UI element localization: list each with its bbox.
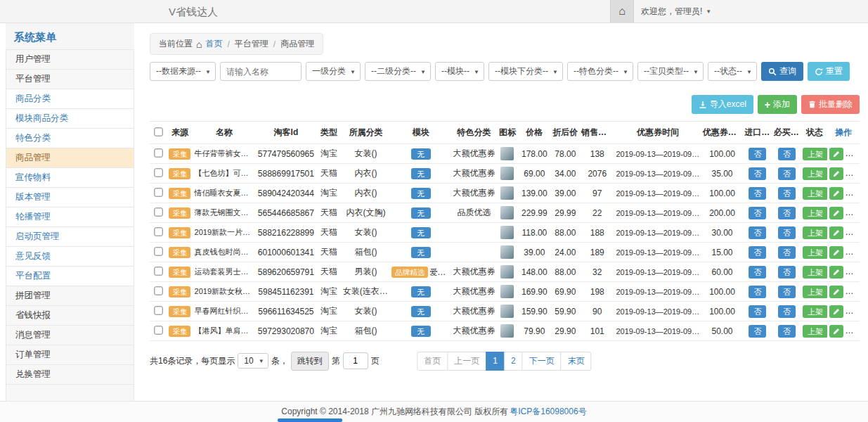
page-button-1[interactable]: 1 [486, 352, 505, 371]
page-button-2[interactable]: 2 [504, 352, 523, 371]
icp-link[interactable]: 粤ICP备16098006号 [510, 406, 586, 418]
status-toggle[interactable]: 上架 [803, 305, 827, 318]
status-toggle[interactable]: 上架 [803, 167, 827, 180]
import-select-toggle[interactable]: 否 [749, 207, 766, 219]
must-buy-toggle[interactable]: 否 [778, 305, 796, 318]
sidebar-item-message-management[interactable]: 消息管理 [6, 325, 134, 345]
sidebar-item-promo-materials[interactable]: 宣传物料 [6, 167, 134, 188]
edit-button[interactable] [829, 167, 843, 180]
sidebar-item-partial-item[interactable] [6, 384, 134, 401]
filter-select-module[interactable]: --模块--▼ [435, 62, 484, 81]
row-checkbox[interactable] [154, 148, 162, 157]
sidebar-item-saving-express[interactable]: 省钱快报 [6, 305, 134, 326]
sidebar-item-order-management[interactable]: 订单管理 [6, 345, 134, 365]
edit-button[interactable] [829, 286, 843, 298]
add-button[interactable]: + 添加 [758, 95, 797, 114]
must-buy-toggle[interactable]: 否 [778, 325, 796, 338]
row-checkbox[interactable] [154, 286, 162, 295]
user-menu[interactable]: 欢迎您，管理员! ▼ [634, 0, 718, 23]
sidebar-item-product-category[interactable]: 商品分类 [6, 89, 134, 109]
jump-button[interactable]: 跳转到 [291, 352, 329, 371]
must-buy-toggle[interactable]: 否 [778, 187, 796, 200]
sidebar-item-platform-management[interactable]: 平台管理 [6, 69, 134, 89]
sidebar-item-version-management[interactable]: 版本管理 [6, 187, 134, 207]
sidebar-item-product-management[interactable]: 商品管理 [6, 148, 134, 168]
must-buy-toggle[interactable]: 否 [778, 286, 796, 298]
row-checkbox[interactable] [154, 326, 162, 334]
scrollbar-thumb[interactable] [278, 418, 342, 422]
page-number-input[interactable] [343, 352, 368, 369]
sidebar-item-splash-page-management[interactable]: 启动页管理 [6, 226, 134, 247]
row-checkbox[interactable] [154, 207, 162, 216]
sidebar-item-user-management[interactable]: 用户管理 [6, 49, 134, 70]
must-buy-toggle[interactable]: 否 [778, 246, 796, 259]
sidebar-item-platform-config[interactable]: 平台配置 [6, 266, 134, 286]
row-checkbox[interactable] [154, 267, 162, 275]
import-select-toggle[interactable]: 否 [749, 266, 766, 279]
status-toggle[interactable]: 上架 [803, 148, 827, 160]
product-row: 采集早春网红针织开衫女春...596611634525淘宝女装()无大额优惠券1… [150, 302, 860, 321]
edit-button[interactable] [829, 266, 843, 279]
import-select-toggle[interactable]: 否 [749, 226, 766, 239]
must-buy-toggle[interactable]: 否 [778, 167, 796, 180]
import-excel-button[interactable]: 导入excel [692, 95, 753, 114]
sidebar-item-module-product-category[interactable]: 模块商品分类 [6, 108, 134, 129]
import-select-toggle[interactable]: 否 [749, 167, 766, 180]
edit-button[interactable] [829, 226, 843, 239]
must-buy-toggle[interactable]: 否 [778, 266, 796, 279]
edit-button[interactable] [829, 325, 843, 338]
import-select-toggle[interactable]: 否 [749, 187, 766, 200]
status-toggle[interactable]: 上架 [803, 187, 827, 200]
edit-button[interactable] [829, 187, 843, 200]
import-select-toggle[interactable]: 否 [749, 286, 766, 298]
sidebar-item-featured-category[interactable]: 特色分类 [6, 128, 134, 148]
status-toggle[interactable]: 上架 [803, 286, 827, 298]
import-select-toggle[interactable]: 否 [749, 148, 766, 160]
filter-select-item-type[interactable]: --宝贝类型--▼ [637, 62, 704, 81]
sidebar-item-feedback[interactable]: 意见反馈 [6, 246, 134, 267]
reset-button[interactable]: 重置 [808, 62, 850, 81]
status-toggle[interactable]: 上架 [803, 226, 827, 239]
sidebar-item-group-buy-management[interactable]: 拼团管理 [6, 286, 134, 306]
sidebar-item-carousel-management[interactable]: 轮播管理 [6, 207, 134, 227]
page-button-首页[interactable]: 首页 [417, 352, 448, 371]
filter-select-data-source[interactable]: --数据来源--▼ [150, 62, 216, 81]
edit-button[interactable] [829, 148, 843, 160]
page-button-下一页[interactable]: 下一页 [522, 352, 562, 371]
must-buy-toggle[interactable]: 否 [778, 207, 796, 219]
status-toggle[interactable]: 上架 [803, 325, 827, 338]
import-select-toggle[interactable]: 否 [749, 246, 766, 259]
import-select-toggle[interactable]: 否 [749, 305, 766, 318]
status-toggle[interactable]: 上架 [803, 207, 827, 219]
batch-delete-button[interactable]: 批量删除 [801, 95, 860, 114]
row-checkbox[interactable] [154, 188, 162, 196]
filter-select-level1-category[interactable]: 一级分类▼ [306, 62, 361, 81]
home-button[interactable]: ⌂ [610, 0, 634, 23]
status-toggle[interactable]: 上架 [803, 266, 827, 279]
row-checkbox[interactable] [154, 247, 162, 255]
edit-button[interactable] [829, 305, 843, 318]
row-checkbox[interactable] [154, 227, 162, 236]
row-checkbox[interactable] [154, 168, 162, 177]
breadcrumb-home-link[interactable]: 首页 [205, 38, 222, 50]
must-buy-toggle[interactable]: 否 [778, 226, 796, 239]
filter-select-featured-category[interactable]: --特色分类--▼ [567, 62, 633, 81]
filter-select-module-subcategory[interactable]: --模块下分类--▼ [488, 62, 563, 81]
filter-select-level2-category[interactable]: --二级分类--▼ [365, 62, 431, 81]
status-toggle[interactable]: 上架 [803, 246, 827, 259]
row-checkbox[interactable] [154, 306, 162, 314]
select-all-checkbox[interactable] [154, 127, 162, 136]
edit-button[interactable] [829, 246, 843, 259]
sales-count: 97 [580, 184, 614, 203]
page-button-上一页[interactable]: 上一页 [447, 352, 486, 371]
must-buy-toggle[interactable]: 否 [778, 148, 796, 160]
page-button-末页[interactable]: 末页 [561, 352, 592, 371]
import-select-toggle[interactable]: 否 [749, 325, 766, 338]
select-label: --模块下分类-- [495, 66, 548, 76]
edit-button[interactable] [829, 207, 843, 219]
filter-select-status[interactable]: --状态--▼ [708, 62, 757, 81]
sidebar-item-exchange-management[interactable]: 兑换管理 [6, 364, 134, 385]
per-page-select[interactable]: 10 ▼ [238, 353, 268, 369]
search-button[interactable]: 查询 [761, 62, 803, 81]
filter-input-name[interactable] [220, 62, 302, 81]
